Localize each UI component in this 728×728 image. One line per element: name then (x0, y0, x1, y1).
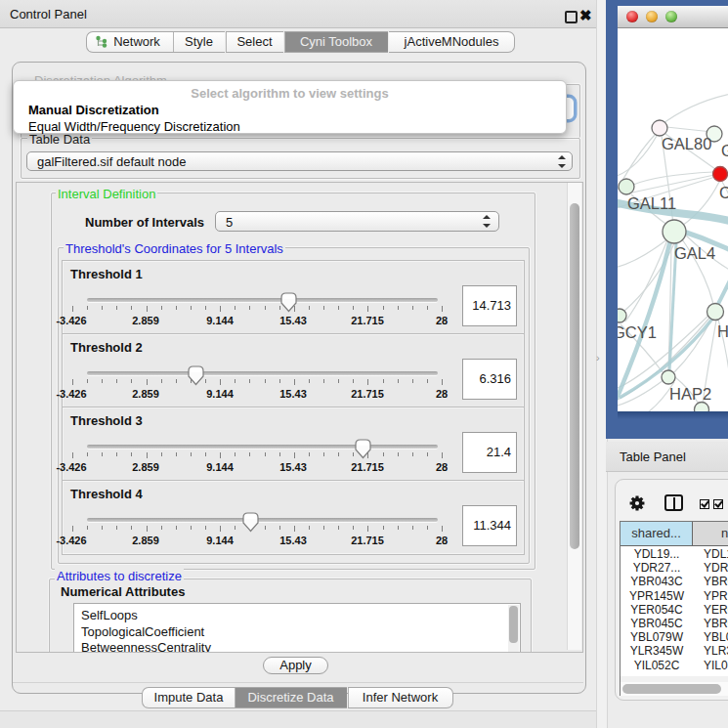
svg-text:GAL4: GAL4 (674, 244, 715, 262)
svg-text:HI: HI (717, 322, 728, 340)
svg-text:GAL80: GAL80 (662, 135, 711, 152)
svg-text:CY: CY (719, 184, 728, 201)
svg-text:HAP2: HAP2 (669, 385, 711, 403)
svg-text:GAL11: GAL11 (627, 194, 676, 212)
svg-text:GA: GA (721, 142, 728, 159)
svg-text:GCY1: GCY1 (618, 323, 657, 341)
